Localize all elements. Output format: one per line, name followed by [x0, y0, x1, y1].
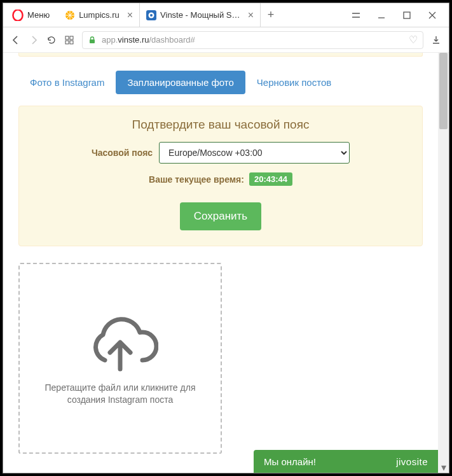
window-maximize-button[interactable] — [394, 3, 420, 27]
window-minimize-button[interactable] — [369, 3, 394, 27]
nav-forward-button[interactable] — [29, 35, 39, 45]
current-time-badge: 20:43:44 — [249, 172, 292, 186]
upload-dropzone[interactable]: Перетащите файл или кликните для создани… — [18, 263, 222, 454]
browser-menu-label: Меню — [27, 10, 50, 20]
tab-photo-instagram[interactable]: Фото в Instagram — [18, 71, 116, 94]
scrollbar[interactable]: ▴ ▾ — [438, 53, 449, 473]
nav-back-button[interactable] — [11, 35, 21, 45]
tab-vinste[interactable]: Vinste - Мощный SMM-се × — [140, 3, 261, 27]
tab-lumpics[interactable]: Lumpics.ru × — [58, 3, 140, 27]
favicon-lumpics-icon — [65, 10, 75, 20]
tab-strip: Lumpics.ru × Vinste - Мощный SMM-се × + — [58, 3, 281, 27]
tab-title: Lumpics.ru — [79, 10, 120, 20]
jivosite-widget[interactable]: Мы онлайн! jivosite — [254, 450, 438, 473]
scrollbar-thumb[interactable] — [439, 53, 448, 129]
viewport: Фото в Instagram Запланированные фото Че… — [3, 53, 449, 473]
svg-rect-11 — [65, 36, 69, 39]
titlebar: Меню Lumpics.ru × Vinste - Мощный SMM-се… — [3, 3, 449, 27]
page-content: Фото в Instagram Запланированные фото Че… — [3, 53, 438, 473]
timezone-title: Подтвердите ваш часовой пояс — [29, 118, 412, 132]
tab-close-icon[interactable]: × — [248, 10, 254, 21]
svg-rect-10 — [404, 12, 410, 18]
jivo-status: Мы онлайн! — [264, 456, 316, 467]
window-close-button[interactable] — [420, 3, 445, 27]
svg-rect-13 — [65, 41, 69, 44]
dropzone-text: Перетащите файл или кликните для создани… — [27, 382, 213, 406]
lock-icon — [88, 36, 97, 45]
tab-title: Vinste - Мощный SMM-се — [160, 10, 240, 20]
timezone-panel: Подтвердите ваш часовой пояс Часовой поя… — [18, 106, 423, 246]
scroll-down-icon[interactable]: ▾ — [438, 462, 449, 473]
window-menu-button[interactable] — [343, 3, 369, 27]
nav-reload-button[interactable] — [46, 35, 57, 45]
timezone-select[interactable]: Europe/Moscow +03:00 — [159, 142, 350, 164]
timezone-label: Часовой пояс — [92, 148, 153, 158]
cloud-upload-icon — [82, 311, 158, 374]
new-tab-button[interactable]: + — [261, 3, 281, 27]
url-text: app.vinste.ru/dashboard# — [102, 35, 195, 45]
tab-scheduled-photos[interactable]: Запланированные фото — [116, 71, 245, 94]
current-time-label: Ваше текущее время: — [149, 174, 244, 185]
svg-rect-14 — [70, 41, 73, 44]
jivo-brand: jivosite — [396, 456, 428, 467]
downloads-button[interactable] — [431, 35, 441, 45]
tab-close-icon[interactable]: × — [127, 10, 133, 21]
tab-drafts[interactable]: Черновик постов — [245, 71, 343, 94]
svg-rect-15 — [90, 39, 95, 43]
bookmark-icon[interactable]: ♡ — [409, 34, 418, 46]
save-button[interactable]: Сохранить — [180, 202, 261, 230]
nav-pills: Фото в Instagram Запланированные фото Че… — [18, 71, 423, 94]
svg-rect-12 — [70, 36, 73, 39]
favicon-vinste-icon — [146, 10, 156, 20]
svg-point-0 — [13, 10, 22, 20]
address-bar: app.vinste.ru/dashboard# ♡ — [3, 27, 449, 53]
browser-menu-button[interactable]: Меню — [7, 7, 55, 24]
svg-point-8 — [150, 14, 153, 17]
opera-logo-icon — [12, 10, 24, 21]
window-controls — [343, 3, 445, 27]
address-input[interactable]: app.vinste.ru/dashboard# ♡ — [82, 31, 423, 49]
alert-bar-edge — [18, 53, 423, 57]
speed-dial-button[interactable] — [64, 35, 74, 45]
